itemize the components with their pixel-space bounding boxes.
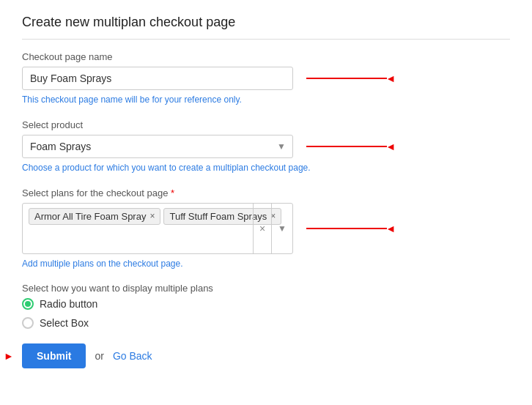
arrow-checkout-name	[306, 73, 396, 84]
arrow-plans	[306, 223, 396, 234]
tags-clear-button[interactable]: ×	[254, 204, 272, 253]
radio-group: Radio button Select Box	[22, 298, 510, 329]
radio-option-radio-button[interactable]: Radio button	[22, 298, 510, 310]
checkout-name-label: Checkout page name	[22, 51, 510, 62]
submit-button[interactable]: Submit	[22, 343, 86, 368]
plans-label: Select plans for the checkout page *	[22, 187, 510, 198]
or-text: or	[95, 350, 103, 362]
tag-armor-all-remove[interactable]: ×	[149, 212, 155, 220]
radio-label-radio-button: Radio button	[40, 298, 97, 310]
plans-arrow-container: Armor All Tire Foam Spray × Tuff Stuff F…	[22, 203, 293, 254]
product-group: Select product Foam Sprays ▼ Choose a pr…	[22, 119, 510, 174]
checkout-name-arrow-container	[22, 67, 293, 90]
display-group: Select how you want to display multiple …	[22, 283, 510, 329]
tags-actions: × ▼	[253, 204, 292, 253]
submit-arrow-container: Submit	[22, 343, 86, 368]
tag-armor-all-label: Armor All Tire Foam Spray	[34, 211, 146, 222]
page-title: Create new multiplan checkout page	[22, 15, 510, 40]
arrow-product	[306, 141, 396, 152]
plans-group: Select plans for the checkout page * Arm…	[22, 187, 510, 270]
display-label: Select how you want to display multiple …	[22, 283, 510, 294]
checkout-name-input[interactable]	[22, 67, 293, 90]
plans-hint: Add multiple plans on the checkout page.	[22, 258, 510, 270]
tags-dropdown-button[interactable]: ▼	[272, 204, 292, 253]
product-select-wrapper: Foam Sprays ▼	[22, 135, 293, 158]
radio-label-select-box: Select Box	[40, 317, 89, 329]
product-label: Select product	[22, 119, 510, 130]
product-arrow-container: Foam Sprays ▼	[22, 135, 293, 158]
product-select[interactable]: Foam Sprays	[22, 135, 293, 158]
radio-circle-select-box	[22, 317, 34, 329]
plans-label-text: Select plans for the checkout page	[22, 187, 168, 198]
required-indicator: *	[171, 187, 174, 198]
checkout-name-group: Checkout page name This checkout page na…	[22, 51, 510, 106]
radio-option-select-box[interactable]: Select Box	[22, 317, 510, 329]
checkout-name-hint: This checkout page name will be for your…	[22, 94, 510, 106]
plans-tags-container[interactable]: Armor All Tire Foam Spray × Tuff Stuff F…	[22, 203, 293, 254]
radio-circle-radio-button	[22, 298, 34, 310]
go-back-link[interactable]: Go Back	[113, 350, 152, 362]
submit-row: Submit or Go Back	[22, 343, 510, 368]
product-hint: Choose a product for which you want to c…	[22, 162, 510, 174]
tag-armor-all: Armor All Tire Foam Spray ×	[29, 208, 160, 225]
